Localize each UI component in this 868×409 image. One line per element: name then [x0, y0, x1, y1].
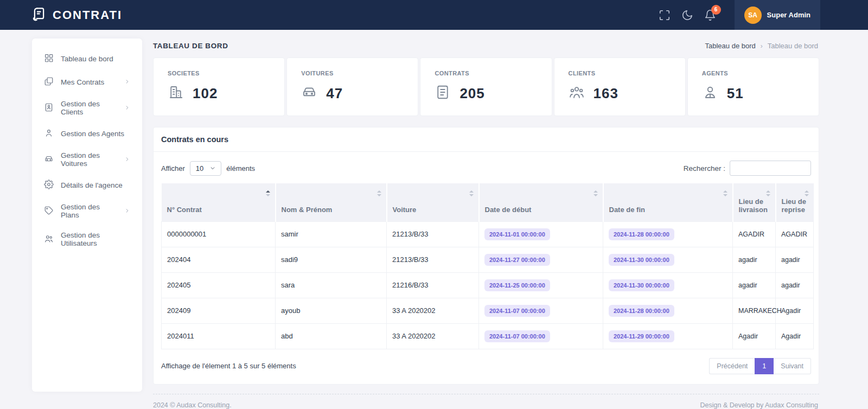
sort-icon	[805, 190, 809, 196]
cell-car: 33 A 2020202	[387, 298, 479, 323]
contract-document-icon	[31, 6, 47, 24]
cell-car: 21213/B/33	[387, 247, 479, 272]
sidebar-item-gestion-des-agents[interactable]: Gestion des Agents	[32, 122, 142, 145]
cell-start-date: 2024-11-07 00:00:00	[479, 323, 603, 349]
sidebar-item-details-de-l-agence[interactable]: Détails de l'agence	[32, 174, 142, 197]
sort-icon	[377, 190, 381, 196]
breadcrumb-parent[interactable]: Tableau de bord	[705, 42, 756, 50]
notification-count-badge: 6	[711, 5, 721, 15]
page-length-control: Afficher 10 éléments	[161, 161, 255, 176]
stat-value: 51	[727, 85, 744, 102]
contracts-card: Contrats en cours Afficher 10 éléments R…	[153, 127, 819, 385]
column-header-num-contrat[interactable]: N° Contrat	[162, 183, 276, 221]
sort-icon	[266, 190, 270, 196]
column-header-lieu-reprise[interactable]: Lieu de reprise	[776, 183, 814, 221]
date-badge: 2024-11-25 00:00:00	[484, 279, 550, 291]
page-footer: 2024 © Audax Consulting. Design & Develo…	[153, 394, 819, 409]
column-header-date-debut[interactable]: Date de début	[479, 183, 603, 221]
sidebar-item-gestion-des-voitures[interactable]: Gestion des Voitures	[32, 145, 142, 174]
cell-name: abd	[276, 323, 387, 349]
breadcrumb-current: Tableau de bord	[768, 42, 818, 50]
cell-return-place: agadir	[776, 247, 814, 272]
stat-value: 163	[593, 85, 618, 102]
group-icon	[569, 84, 585, 103]
gear-icon	[44, 180, 54, 191]
cell-car: 21213/B/33	[387, 221, 479, 247]
sidebar-item-label: Gestion des Voitures	[61, 151, 117, 168]
stat-card-voitures: VOITURES 47	[286, 57, 418, 116]
brand-logo[interactable]: CONTRATI	[31, 6, 122, 24]
cell-name: sara	[276, 272, 387, 298]
stat-label: AGENTS	[702, 70, 805, 76]
cell-start-date: 2024-11-27 00:00:00	[479, 247, 603, 272]
id-card-icon	[44, 103, 54, 114]
stat-value: 205	[459, 85, 484, 102]
pagination-prev-button[interactable]: Précédent	[709, 358, 755, 374]
search-input[interactable]	[730, 161, 811, 176]
search-control: Rechercher :	[684, 161, 811, 176]
car-icon	[301, 84, 317, 103]
notifications-button[interactable]: 6	[704, 9, 716, 21]
cell-car: 21216/B/33	[387, 272, 479, 298]
date-badge: 2024-11-30 00:00:00	[609, 279, 674, 291]
cell-contract-num: 2024011	[162, 323, 276, 349]
search-label: Rechercher :	[684, 164, 725, 172]
dark-mode-button[interactable]	[681, 9, 693, 21]
cell-name: samir	[276, 221, 387, 247]
sidebar-item-mes-contrats[interactable]: Mes Contrats	[32, 71, 142, 94]
pagination-page-1-button[interactable]: 1	[755, 358, 774, 374]
grid-icon	[44, 53, 54, 65]
table-row: 202404 sadi9 21213/B/33 2024-11-27 00:00…	[162, 247, 814, 272]
sidebar-item-label: Gestion des Agents	[61, 130, 124, 138]
pagination: Précédent 1 Suivant	[709, 358, 811, 374]
sidebar-item-gestion-des-utilisateurs[interactable]: Gestion des Utilisateurs	[32, 225, 142, 253]
page-size-select[interactable]: 10	[190, 161, 221, 176]
stat-value: 102	[193, 85, 218, 102]
building-icon	[168, 84, 184, 103]
cell-end-date: 2024-11-30 00:00:00	[603, 272, 733, 298]
stats-row: SOCIETES 102 VOITURES 47 CONTRATS 205	[153, 57, 819, 116]
contracts-card-title: Contrats en cours	[154, 127, 819, 152]
date-badge: 2024-11-07 00:00:00	[484, 330, 550, 342]
chevron-right-icon	[124, 207, 130, 215]
fullscreen-icon	[659, 14, 671, 23]
stat-card-contrats: CONTRATS 205	[420, 57, 552, 116]
sidebar-item-tableau-de-bord[interactable]: Tableau de bord	[32, 47, 142, 71]
top-navbar: CONTRATI 6 SA Super Admin	[0, 0, 868, 30]
cell-delivery-place: Agadir	[733, 323, 776, 349]
page-size-value: 10	[196, 164, 203, 172]
chevron-down-icon	[210, 164, 215, 172]
date-badge: 2024-11-07 00:00:00	[484, 305, 550, 317]
sidebar-item-gestion-des-plans[interactable]: Gestion des Plans	[32, 197, 142, 225]
fullscreen-button[interactable]	[659, 9, 671, 21]
car-icon	[44, 154, 54, 165]
stat-label: SOCIETES	[168, 70, 270, 76]
show-label: Afficher	[161, 164, 185, 172]
cell-return-place: Agadir	[776, 323, 814, 349]
date-badge: 2024-11-28 00:00:00	[609, 305, 674, 317]
cell-start-date: 2024-11-25 00:00:00	[479, 272, 603, 298]
tag-icon	[44, 206, 54, 217]
sidebar-item-label: Tableau de bord	[61, 55, 113, 63]
column-header-date-fin[interactable]: Date de fin	[603, 183, 733, 221]
chevron-right-icon	[124, 78, 130, 86]
cell-end-date: 2024-11-29 00:00:00	[603, 323, 733, 349]
column-header-voiture[interactable]: Voiture	[387, 183, 479, 221]
table-header-row: N° Contrat Nom & Prénom Voiture Date de …	[162, 183, 814, 221]
table-row: 202409 ayoub 33 A 2020202 2024-11-07 00:…	[162, 298, 814, 323]
table-row: 202405 sara 21216/B/33 2024-11-25 00:00:…	[162, 272, 814, 298]
moon-icon	[681, 14, 693, 23]
column-header-nom-prenom[interactable]: Nom & Prénom	[276, 183, 387, 221]
sidebar-item-gestion-des-clients[interactable]: Gestion des Clients	[32, 94, 142, 122]
page-title: TABLEAU DE BORD	[153, 42, 228, 50]
column-header-lieu-livraison[interactable]: Lieu de livraison	[733, 183, 776, 221]
cell-end-date: 2024-11-30 00:00:00	[603, 247, 733, 272]
sidebar-item-label: Mes Contrats	[61, 78, 104, 86]
cell-delivery-place: agadir	[733, 272, 776, 298]
pagination-next-button[interactable]: Suivant	[774, 358, 811, 374]
user-menu[interactable]: SA Super Admin	[735, 0, 820, 30]
footer-credit: Design & Develop by Audax Consulting	[700, 401, 819, 409]
cell-name: sadi9	[276, 247, 387, 272]
main-content: TABLEAU DE BORD Tableau de bord › Tablea…	[153, 39, 819, 409]
sort-icon	[723, 190, 727, 196]
